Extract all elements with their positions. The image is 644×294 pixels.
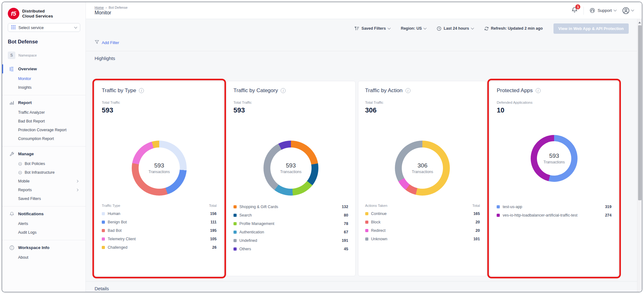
sidebar-section-report[interactable]: Report <box>8 98 80 107</box>
legend-label: Unknown <box>371 237 471 241</box>
scrollbar-up-arrow-icon[interactable] <box>638 22 641 23</box>
sidebar-item-monitor[interactable]: Monitor <box>2 74 86 83</box>
donut-chart[interactable]: 306 Transactions <box>395 141 450 196</box>
details-heading: Details <box>95 286 642 291</box>
saved-filters-dropdown[interactable]: Saved Filters <box>355 26 390 31</box>
legend-value: 165 <box>473 212 480 216</box>
legend-row-test-us-app[interactable]: test-us-app319 <box>497 202 612 211</box>
donut-center: 593 Transactions <box>139 147 180 189</box>
sidebar-item-audit-logs[interactable]: Audit Logs <box>2 228 86 237</box>
donut-chart[interactable]: 593 Transactions <box>263 141 318 196</box>
legend-row-continue[interactable]: Continue165 <box>365 209 480 218</box>
scrollbar-thumb[interactable] <box>638 25 642 200</box>
legend-row-unknown[interactable]: Unknown101 <box>365 235 480 243</box>
legend-value: 111 <box>210 220 216 224</box>
scrollbar[interactable] <box>637 19 642 292</box>
sidebar-item-mobile[interactable]: Mobile <box>2 177 86 186</box>
sidebar-section-overview[interactable]: Overview <box>8 65 80 73</box>
card-stat-value: 306 <box>365 106 377 114</box>
brand-line2: Cloud Services <box>22 14 53 19</box>
legend-label: Block <box>371 220 473 224</box>
info-icon[interactable]: i <box>406 88 410 93</box>
legend-swatch-icon <box>234 239 237 242</box>
card-legend: test-us-app319ves-io-http-loadbalancer-a… <box>497 202 612 219</box>
sidebar-item-about[interactable]: About <box>2 253 86 262</box>
donut-center: 306 Transactions <box>402 147 443 189</box>
sidebar-item-saved-filters[interactable]: Saved Filters <box>2 194 86 203</box>
legend-row-ves-io-http-loadbalancer-artificial-traffic-test[interactable]: ves-io-http-loadbalancer-artificial-traf… <box>497 211 612 219</box>
sidebar-item-reports[interactable]: Reports <box>2 186 86 194</box>
add-filter-button[interactable]: Add Filter <box>95 40 119 45</box>
filters-toolbar: Saved Filters Region: US Last 24 hours <box>86 19 642 38</box>
legend-row-bad-bot[interactable]: Bad Bot195 <box>102 226 217 235</box>
card-traffic-by-type: Traffic by Type i Total Traffic 593 593 … <box>95 81 224 276</box>
sidebar-section-manage[interactable]: Manage <box>8 150 80 158</box>
info-icon[interactable]: i <box>536 88 541 93</box>
legend-swatch-icon <box>497 214 500 217</box>
sidebar-item-label: Traffic Analyzer <box>18 110 80 115</box>
legend-row-challenged[interactable]: Challenged26 <box>102 243 217 252</box>
legend-row-block[interactable]: Block20 <box>365 218 480 226</box>
sidebar-item-alerts[interactable]: Alerts <box>2 219 86 228</box>
donut-center-value: 593 <box>286 162 296 169</box>
chevron-down-icon <box>631 8 634 12</box>
info-icon[interactable]: i <box>281 88 286 93</box>
clock-icon <box>437 26 441 31</box>
sidebar-section-workspace-info[interactable]: Workspace Info <box>8 243 80 252</box>
header-divider <box>583 7 584 15</box>
legend-header: Actions TakenTotal <box>365 202 480 209</box>
info-icon <box>9 245 14 250</box>
region-label: Region: US <box>401 26 422 31</box>
support-icon <box>589 7 595 13</box>
select-service-dropdown[interactable]: Select service <box>8 23 80 32</box>
brand-logo[interactable]: f5 Distributed Cloud Services <box>2 7 86 22</box>
sidebar-item-insights[interactable]: Insights <box>2 83 86 92</box>
legend-row-shopping-gift-cards[interactable]: Shopping & Gift Cards132 <box>234 202 348 211</box>
legend-row-profile-management[interactable]: Profile Management78 <box>234 219 348 228</box>
sidebar-item-label: Bot Infrastructure <box>25 170 80 175</box>
donut-center: 593 Transactions <box>270 147 312 189</box>
legend-swatch-icon <box>102 221 105 224</box>
legend-swatch-icon <box>365 212 368 215</box>
sidebar-item-label: About <box>18 255 80 260</box>
card-stat-label: Total Traffic <box>234 101 252 104</box>
breadcrumb-home-link[interactable]: Home <box>95 6 104 9</box>
view-in-waap-button[interactable]: View in Web App & API Protection <box>553 23 629 34</box>
user-menu[interactable] <box>622 7 634 15</box>
legend-row-redirect[interactable]: Redirect20 <box>365 226 480 235</box>
support-menu[interactable]: Support <box>589 7 616 13</box>
info-icon[interactable]: i <box>139 88 144 93</box>
refresh-button[interactable]: Refresh: Updated 2 min ago <box>484 26 543 31</box>
donut-chart[interactable]: 593 Transactions <box>531 135 578 182</box>
sidebar-item-bot-infrastructure[interactable]: Bot Infrastructure <box>2 168 86 177</box>
page-title: Monitor <box>95 10 128 16</box>
namespace-badge: S <box>8 52 15 59</box>
legend-label: test-us-app <box>503 205 602 209</box>
sidebar-item-consumption-report[interactable]: Consumption Report <box>2 134 86 143</box>
legend-swatch-icon <box>365 229 368 232</box>
notifications-bell-button[interactable]: 1 <box>571 7 578 14</box>
sidebar-section-notifications[interactable]: Notifications <box>8 210 80 218</box>
region-dropdown[interactable]: Region: US <box>401 26 426 31</box>
legend-row-undefined[interactable]: Undefined191 <box>234 236 348 245</box>
sidebar-item-protection-coverage-report[interactable]: Protection Coverage Report <box>2 126 86 134</box>
legend-label: Shopping & Gift Cards <box>239 205 339 209</box>
sidebar-item-label: Consumption Report <box>18 137 80 141</box>
sidebar-item-bot-policies[interactable]: Bot Policies <box>2 159 86 168</box>
legend-row-benign-bot[interactable]: Benign Bot111 <box>102 218 217 226</box>
namespace-selector[interactable]: S Namespace <box>8 52 80 59</box>
legend-value: 20 <box>475 228 480 233</box>
legend-row-authentication[interactable]: Authentication67 <box>234 228 348 236</box>
sidebar-item-bad-bot-report[interactable]: Bad Bot Report <box>2 117 86 126</box>
card-legend: Traffic TypeTotalHuman156Benign Bot111Ba… <box>102 202 217 252</box>
legend-row-search[interactable]: Search80 <box>234 211 348 219</box>
legend-row-others[interactable]: Others45 <box>234 245 348 253</box>
sidebar-item-traffic-analyzer[interactable]: Traffic Analyzer <box>2 108 86 117</box>
legend-value: 274 <box>605 213 612 217</box>
time-range-dropdown[interactable]: Last 24 hours <box>437 26 473 31</box>
donut-chart[interactable]: 593 Transactions <box>132 141 187 196</box>
legend-row-telemetry-client[interactable]: Telemetry Client105 <box>102 235 217 243</box>
legend-label: Authentication <box>239 230 341 234</box>
legend-name-header: Traffic Type <box>102 204 120 207</box>
legend-row-human[interactable]: Human156 <box>102 209 217 218</box>
